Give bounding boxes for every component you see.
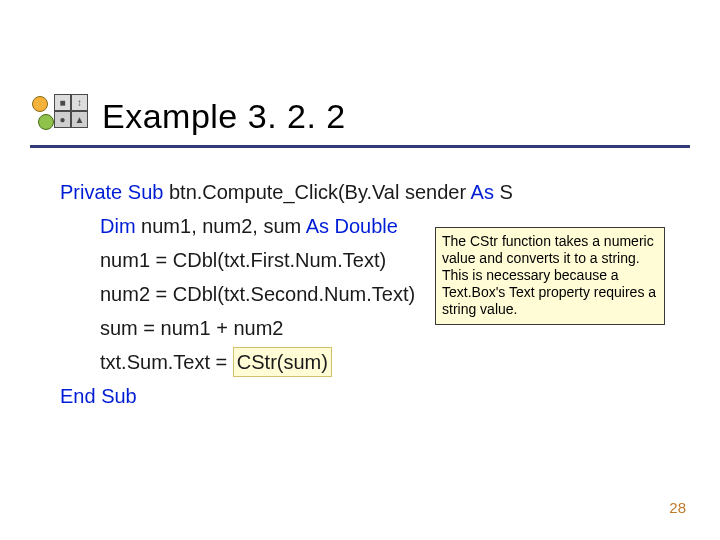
slide: ■ ↕ ● ▲ Example 3. 2. 2 Private Sub btn.… <box>0 0 720 540</box>
code-text: txt.Sum.Text = <box>100 351 233 373</box>
logo-icon: ■ ↕ ● ▲ <box>30 94 88 140</box>
keyword: As <box>471 181 494 203</box>
code-text: btn.Compute_Click(By.Val sender <box>163 181 470 203</box>
header-row: ■ ↕ ● ▲ Example 3. 2. 2 <box>30 88 690 148</box>
code-line-6: txt.Sum.Text = CStr(sum) <box>60 345 700 379</box>
keyword: Private Sub <box>60 181 163 203</box>
code-line-1: Private Sub btn.Compute_Click(By.Val sen… <box>60 175 700 209</box>
keyword: As Double <box>306 215 398 237</box>
highlighted-expression: CStr(sum) <box>233 347 332 377</box>
slide-title: Example 3. 2. 2 <box>102 97 346 136</box>
code-line-7: End Sub <box>60 379 700 413</box>
page-number: 28 <box>669 499 686 516</box>
callout-box: The CStr function takes a numeric value … <box>435 227 665 325</box>
code-text: num1, num2, sum <box>136 215 306 237</box>
code-text: S <box>494 181 513 203</box>
keyword: End Sub <box>60 385 137 407</box>
keyword: Dim <box>100 215 136 237</box>
